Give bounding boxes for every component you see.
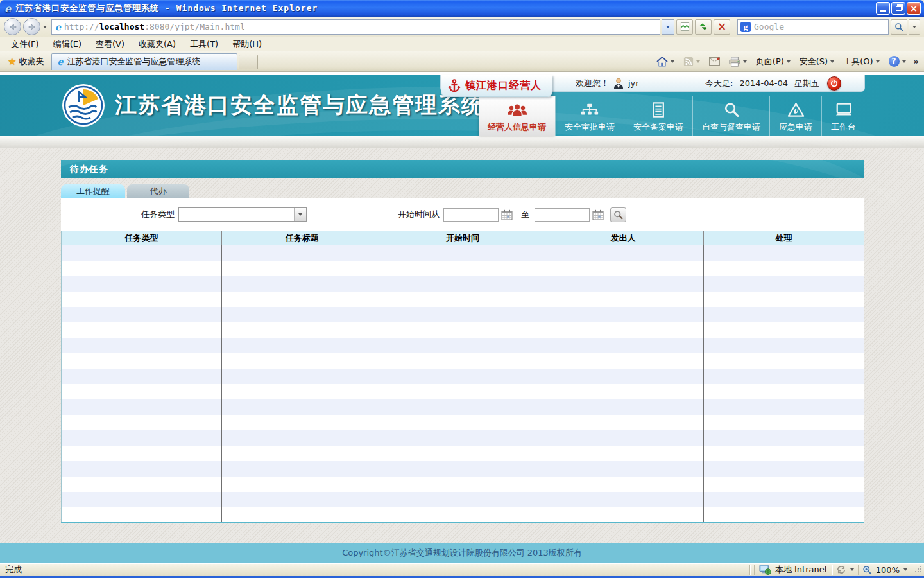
- address-input[interactable]: e http://localhost:8080/yjpt/Main.html: [51, 19, 660, 35]
- tools-menu-label: 工具(O): [843, 56, 873, 67]
- page-viewport: 江苏省港口安全监管与应急管理系统 镇江港口经营人 欢迎您！: [0, 72, 924, 563]
- table-row: [62, 415, 864, 430]
- filter-search-button[interactable]: [610, 207, 626, 222]
- task-type-value: [179, 208, 294, 221]
- zoom-level[interactable]: 100%: [876, 565, 900, 575]
- welcome-strip: 镇江港口经营人 欢迎您！ jyr 今天是: 2014-04-04 星期五: [440, 75, 865, 92]
- search-input[interactable]: [754, 22, 886, 31]
- more-commands-chevron[interactable]: »: [911, 57, 921, 66]
- menu-file[interactable]: 文件(F): [4, 37, 46, 51]
- todo-panel: 任务类型 开始时间从 至: [61, 198, 864, 521]
- col-task-title: 任务标题: [222, 231, 382, 245]
- mail-button[interactable]: [705, 55, 724, 67]
- start-date-input[interactable]: [443, 208, 499, 222]
- home-button[interactable]: [653, 55, 678, 69]
- nav-label: 经营人信息申请: [488, 121, 546, 133]
- menu-help[interactable]: 帮助(H): [225, 37, 269, 51]
- compatibility-view-button[interactable]: [676, 19, 693, 35]
- home-caret[interactable]: [671, 60, 674, 63]
- refresh-button[interactable]: [695, 19, 712, 35]
- stop-icon: ×: [717, 21, 726, 32]
- protected-mode-icon[interactable]: [836, 565, 846, 574]
- ie-icon: e: [4, 3, 12, 15]
- page-header: 江苏省港口安全监管与应急管理系统 镇江港口经营人 欢迎您！: [0, 75, 924, 136]
- menu-edit[interactable]: 编辑(E): [46, 37, 89, 51]
- task-type-select[interactable]: [178, 207, 307, 222]
- tab-work-reminder[interactable]: 工作提醒: [61, 184, 125, 198]
- table-row: [62, 399, 864, 415]
- window-controls: ×: [876, 2, 921, 15]
- date-cluster: 今天是: 2014-04-04 星期五: [705, 78, 819, 89]
- end-date-calendar-button[interactable]: [592, 208, 604, 221]
- favorites-button[interactable]: ★ 收藏夹: [3, 54, 49, 69]
- search-go-button[interactable]: [891, 19, 907, 35]
- menu-bar: 文件(F) 编辑(E) 查看(V) 收藏夹(A) 工具(T) 帮助(H): [0, 37, 924, 51]
- tab-delegate[interactable]: 代办: [127, 184, 189, 198]
- feeds-button[interactable]: [680, 55, 704, 69]
- feeds-caret: [696, 60, 700, 63]
- help-caret[interactable]: [902, 60, 906, 63]
- inspect-magnifier-icon: [724, 100, 739, 119]
- resize-grip[interactable]: [914, 566, 921, 574]
- menu-favorites[interactable]: 收藏夹(A): [132, 37, 183, 51]
- minimize-button[interactable]: [876, 2, 890, 15]
- logo-block: 江苏省港口安全监管与应急管理系统: [61, 83, 484, 128]
- logout-button[interactable]: [827, 76, 841, 91]
- browser-tab[interactable]: e 江苏省港口安全监管与应急管理系统: [51, 53, 237, 70]
- task-table: 任务类型 任务标题 开始时间 发出人 处理: [61, 231, 864, 523]
- menu-tools[interactable]: 工具(T): [183, 37, 225, 51]
- org-chart-icon: [580, 100, 599, 119]
- power-icon: [830, 80, 838, 87]
- col-start-time: 开始时间: [382, 231, 543, 245]
- nav-emergency[interactable]: 应急申请: [769, 96, 821, 136]
- tab-title: 江苏省港口安全监管与应急管理系统: [67, 56, 200, 67]
- copyright-text: Copyright©江苏省交通规划设计院股份有限公司 2013版权所有: [342, 547, 582, 559]
- nav-self-inspection[interactable]: 自查与督查申请: [692, 96, 769, 136]
- operator-banner-label: 镇江港口经营人: [465, 79, 542, 92]
- magnifier-icon: [894, 22, 903, 31]
- search-options-caret[interactable]: [909, 19, 920, 35]
- table-row: [62, 477, 864, 492]
- tools-menu-button[interactable]: 工具(O): [839, 54, 883, 69]
- restore-button[interactable]: [891, 2, 905, 15]
- help-button[interactable]: ?: [885, 54, 910, 69]
- safety-menu-button[interactable]: 安全(S): [796, 54, 838, 69]
- table-row: [62, 322, 864, 338]
- page-menu-button[interactable]: 页面(P): [752, 54, 794, 69]
- print-caret[interactable]: [743, 60, 747, 63]
- url-text: http://localhost:8080/yjpt/Main.html: [64, 22, 245, 31]
- print-button[interactable]: [725, 55, 751, 69]
- operator-banner: 镇江港口经营人: [441, 75, 552, 97]
- nav-safety-approval[interactable]: 安全审批申请: [555, 96, 624, 136]
- nav-workbench[interactable]: 工作台: [821, 96, 865, 136]
- protected-mode-caret[interactable]: [850, 568, 854, 571]
- back-button[interactable]: [4, 18, 21, 35]
- forward-arrow-icon: [28, 22, 37, 31]
- nav-label: 安全审批申请: [565, 121, 615, 133]
- refresh-icon: [699, 22, 708, 31]
- close-button[interactable]: ×: [907, 2, 921, 15]
- current-date: 2014-04-04: [739, 78, 788, 88]
- menu-view[interactable]: 查看(V): [89, 37, 132, 51]
- nav-operator-info[interactable]: 经营人信息申请: [479, 96, 555, 136]
- end-date-input[interactable]: [535, 208, 590, 222]
- forward-button[interactable]: [23, 18, 40, 35]
- table-row: [62, 461, 864, 477]
- mail-icon: [709, 57, 720, 66]
- nav-safety-record[interactable]: 安全备案申请: [624, 96, 692, 136]
- address-dropdown-button[interactable]: [662, 19, 674, 35]
- history-dropdown-caret[interactable]: [43, 26, 47, 28]
- search-box[interactable]: g: [737, 19, 889, 35]
- safety-menu-label: 安全(S): [800, 56, 828, 67]
- table-row: [62, 353, 864, 369]
- zoom-caret[interactable]: [903, 568, 907, 571]
- task-type-label: 任务类型: [141, 209, 175, 220]
- start-date-calendar-button[interactable]: [501, 208, 513, 221]
- tab-favicon: e: [57, 57, 63, 67]
- stop-button[interactable]: ×: [714, 19, 730, 35]
- new-tab-button[interactable]: [239, 55, 258, 69]
- task-type-dropdown-button[interactable]: [294, 208, 306, 221]
- weekday: 星期五: [794, 78, 819, 89]
- zoom-icon: [862, 565, 872, 575]
- to-label: 至: [521, 209, 529, 220]
